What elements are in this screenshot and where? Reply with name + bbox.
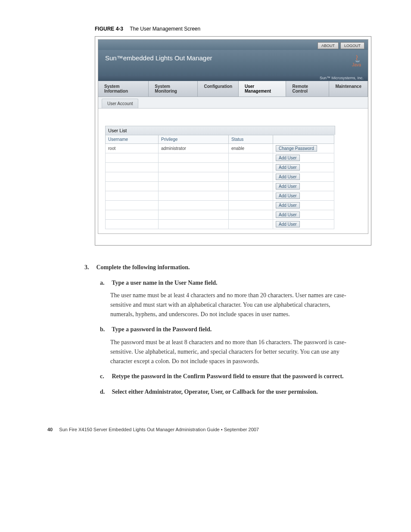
cell-privilege: administrator	[159, 144, 229, 153]
cell-username	[106, 153, 159, 163]
cell-status	[229, 172, 273, 182]
cell-privilege	[159, 220, 229, 229]
user-list-title: User List	[105, 126, 335, 135]
tab-user-management[interactable]: User Management	[239, 81, 286, 96]
substep-b-body: The password must be at least 8 characte…	[110, 338, 352, 366]
table-row: Add User	[106, 182, 334, 191]
screenshot-topbar: ABOUT LOGOUT	[98, 40, 368, 50]
footer-text: Sun Fire X4150 Server Embedded Lights Ou…	[59, 427, 259, 432]
add-user-button[interactable]: Add User	[276, 193, 300, 199]
cell-action: Add User	[273, 153, 334, 163]
cell-username	[106, 210, 159, 220]
subtabs-bar: User Account	[98, 97, 368, 109]
screenshot-container: ABOUT LOGOUT Sun™embedded Lights Out Man…	[95, 36, 371, 246]
substep-d-letter: d.	[100, 387, 110, 397]
cell-action: Add User	[273, 220, 334, 229]
substep-c: c. Retype the password in the Confirm Pa…	[110, 372, 372, 381]
cell-status	[229, 210, 273, 220]
add-user-button[interactable]: Add User	[276, 202, 300, 208]
tab-system-monitoring[interactable]: System Monitoring	[149, 81, 198, 96]
cell-username: root	[106, 144, 159, 153]
cell-status	[229, 153, 273, 163]
tabs-bar: System InformationSystem MonitoringConfi…	[98, 81, 368, 97]
cell-privilege	[159, 182, 229, 191]
figure-caption: FIGURE 4-3 The User Management Screen	[95, 26, 372, 32]
substep-b: b. Type a password in the Password field…	[110, 325, 372, 334]
cell-status	[229, 191, 273, 201]
substep-a-letter: a.	[100, 278, 110, 288]
page-number: 40	[47, 427, 53, 432]
cell-privilege	[159, 172, 229, 182]
cell-privilege	[159, 163, 229, 172]
cell-status	[229, 182, 273, 191]
add-user-button[interactable]: Add User	[276, 174, 300, 180]
cell-username	[106, 163, 159, 172]
java-icon	[354, 54, 361, 63]
substep-c-title: Retype the password in the Confirm Passw…	[112, 373, 344, 380]
screenshot-header: Sun™embedded Lights Out Manager Java	[98, 50, 368, 75]
add-user-button[interactable]: Add User	[276, 164, 300, 171]
step-3-number: 3.	[84, 263, 95, 272]
figure-label: FIGURE 4-3	[95, 26, 123, 32]
add-user-button[interactable]: Add User	[276, 221, 300, 227]
cell-username	[106, 220, 159, 229]
cell-username	[106, 191, 159, 201]
substep-d-title: Select either Administrator, Operator, U…	[112, 389, 318, 395]
cell-action: Change Password	[273, 144, 334, 153]
cell-action: Add User	[273, 182, 334, 191]
cell-status	[229, 201, 273, 210]
tab-remote-control[interactable]: Remote Control	[286, 81, 329, 96]
table-row: Add User	[106, 210, 334, 220]
substep-d: d. Select either Administrator, Operator…	[110, 387, 372, 397]
about-button[interactable]: ABOUT	[318, 42, 339, 49]
table-row: Add User	[106, 201, 334, 210]
figure-caption-text: The User Management Screen	[130, 26, 200, 32]
cell-status	[229, 220, 273, 229]
add-user-button[interactable]: Add User	[276, 155, 300, 161]
add-user-button[interactable]: Add User	[276, 212, 300, 218]
column-status: Status	[229, 135, 273, 144]
substep-b-title: Type a password in the Password field.	[112, 326, 212, 333]
column-action	[273, 135, 334, 144]
substep-a-body: The user name must be at least 4 charact…	[110, 291, 352, 319]
substep-a-title: Type a user name in the User Name field.	[112, 280, 217, 286]
cell-status	[229, 163, 273, 172]
brand-line: Sun™ Microsystems, Inc.	[98, 75, 368, 81]
table-row: Add User	[106, 191, 334, 201]
cell-username	[106, 172, 159, 182]
step-3: 3. Complete the following information.	[95, 263, 372, 272]
table-row: Add User	[106, 153, 334, 163]
column-privilege: Privilege	[159, 135, 229, 144]
table-row: rootadministratorenableChange Password	[106, 144, 334, 153]
substep-c-letter: c.	[100, 372, 110, 381]
cell-privilege	[159, 153, 229, 163]
cell-action: Add User	[273, 163, 334, 172]
cell-action: Add User	[273, 201, 334, 210]
app-title: Sun™embedded Lights Out Manager	[105, 54, 212, 62]
java-logo: Java	[352, 54, 361, 67]
cell-action: Add User	[273, 172, 334, 182]
cell-privilege	[159, 191, 229, 201]
table-row: Add User	[106, 172, 334, 182]
table-row: Add User	[106, 163, 334, 172]
cell-status: enable	[229, 144, 273, 153]
substep-a: a. Type a user name in the User Name fie…	[110, 278, 372, 288]
cell-action: Add User	[273, 191, 334, 201]
logout-button[interactable]: LOGOUT	[340, 42, 364, 49]
step-3-text: Complete the following information.	[97, 264, 190, 271]
cell-privilege	[159, 201, 229, 210]
add-user-button[interactable]: Add User	[276, 183, 300, 190]
java-label: Java	[352, 63, 361, 67]
tab-system-information[interactable]: System Information	[98, 81, 149, 96]
tab-configuration[interactable]: Configuration	[198, 81, 239, 96]
cell-privilege	[159, 210, 229, 220]
page-footer: 40 Sun Fire X4150 Server Embedded Lights…	[47, 427, 372, 432]
substep-b-letter: b.	[100, 325, 110, 334]
cell-username	[106, 182, 159, 191]
change-password-button[interactable]: Change Password	[276, 145, 317, 152]
table-row: Add User	[106, 220, 334, 229]
user-list-table: Username Privilege Status rootadministra…	[105, 135, 334, 229]
tab-maintenance[interactable]: Maintenance	[329, 81, 368, 96]
subtab-user-account[interactable]: User Account	[102, 99, 138, 108]
column-username: Username	[106, 135, 159, 144]
